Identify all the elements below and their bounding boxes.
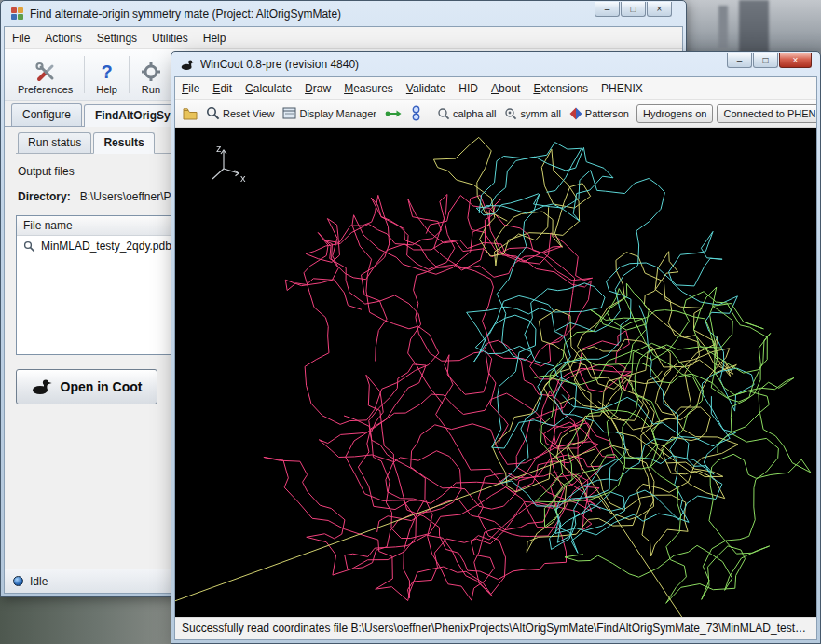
menu-measures[interactable]: Measures [337,78,400,99]
minimize-icon: – [737,56,743,65]
atom-pair-icon [410,105,422,121]
magnifier-icon [206,106,220,120]
subtab-run-status[interactable]: Run status [18,132,91,153]
close-icon: × [657,5,663,14]
maximize-button[interactable]: □ [621,2,646,17]
display-manager-icon [282,107,296,119]
help-button[interactable]: ? Help [89,60,125,97]
wincoot-status-text: Successfully read coordinates file B:\Us… [182,622,816,635]
tab-configure[interactable]: Configure [11,103,82,126]
output-files-label: Output files [18,165,75,178]
gl-canvas[interactable] [175,128,816,617]
wincoot-window-icon [181,58,195,72]
subtab-results[interactable]: Results [93,132,154,154]
desktop-wallpaper-tower [739,0,769,54]
toolbar-separator [84,56,85,93]
symm-all-button[interactable]: symm all [500,105,564,122]
go-to-atom-arrow-button[interactable] [381,106,405,121]
symm-all-label: symm all [520,108,560,119]
maximize-button[interactable]: □ [753,53,778,68]
status-dot-icon [13,576,23,586]
reset-view-button[interactable]: Reset View [202,104,278,122]
display-manager-button[interactable]: Display Manager [279,105,380,121]
calpha-all-label: calpha all [453,108,496,119]
preferences-tools-icon [34,62,57,82]
calpha-all-button[interactable]: calpha all [433,105,499,122]
wincoot-menubar: File Edit Calculate Draw Measures Valida… [175,77,816,100]
help-label: Help [96,84,117,95]
hydrogens-on-label: Hydrogens on [643,108,707,119]
menu-utilities[interactable]: Utilities [144,28,196,48]
run-label: Run [142,84,160,95]
menu-edit[interactable]: Edit [206,78,239,99]
wincoot-window-title: WinCoot 0.8-pre (revision 4840) [200,58,811,71]
maximize-icon: □ [630,5,636,14]
menu-validate[interactable]: Validate [400,78,453,99]
phenix-window-title: Find alternate-origin symmetry mate (Pro… [30,7,677,21]
folder-icon [183,107,198,120]
magnifier-icon [23,240,35,253]
minimize-button[interactable]: – [595,2,620,17]
open-in-coot-button[interactable]: Open in Coot [16,369,157,404]
close-button[interactable]: × [779,53,812,68]
menu-extensions[interactable]: Extensions [527,78,595,99]
coot-duck-icon [32,378,52,395]
open-coordinates-button[interactable] [179,105,201,122]
reset-view-label: Reset View [223,108,274,119]
menu-hid[interactable]: HID [452,78,485,99]
desktop-wallpaper-bottom-left [0,594,173,644]
gl-viewport[interactable]: z x [175,128,816,617]
hydrogens-on-button[interactable]: Hydrogens on [636,104,714,123]
minimize-icon: – [605,5,610,14]
patterson-button[interactable]: Patterson [566,105,633,122]
wincoot-toolbar: Reset View Display Manager [175,100,816,128]
menu-file[interactable]: File [5,28,37,48]
wincoot-window: WinCoot 0.8-pre (revision 4840) – □ × Fi… [171,51,821,644]
green-arrow-icon [385,108,402,119]
wincoot-window-controls: – □ × [727,53,812,68]
axis-x-label: x [240,172,246,184]
menu-calculate[interactable]: Calculate [239,78,298,99]
desktop-wallpaper-tower-2 [718,6,728,48]
run-button[interactable]: Run [133,60,169,97]
wincoot-titlebar[interactable]: WinCoot 0.8-pre (revision 4840) – □ × [174,52,817,76]
file-name: MinMLAD_testy_2qdy.pdb [41,240,171,253]
connected-to-phenix-label: Connected to PHENIX [723,108,816,119]
help-question-icon: ? [102,62,113,82]
phenix-menubar: File Actions Settings Utilities Help [5,27,682,49]
run-gear-icon [141,62,161,82]
toolbar-separator [129,56,130,93]
axes-gizmo-icon: z x [203,141,248,187]
minimize-button[interactable]: – [727,53,752,68]
phenix-status-text: Idle [30,575,48,588]
connected-to-phenix-button[interactable]: Connected to PHENIX [717,104,816,123]
preferences-button[interactable]: Preferences [10,60,80,97]
wincoot-statusbar: Successfully read coordinates file B:\Us… [175,617,816,639]
preferences-label: Preferences [18,84,73,95]
menu-file[interactable]: File [175,78,206,99]
phenix-titlebar[interactable]: Find alternate-origin symmetry mate (Pro… [4,1,683,26]
phenix-window-controls: – □ × [595,2,672,17]
open-in-coot-label: Open in Coot [61,379,143,394]
atom-pair-button[interactable] [406,103,426,123]
menu-about[interactable]: About [485,78,527,99]
menu-phenix[interactable]: PHENIX [595,78,650,99]
symm-lens-icon [504,107,517,120]
menu-help[interactable]: Help [196,28,234,48]
wincoot-window-body: File Edit Calculate Draw Measures Valida… [174,76,817,640]
display-manager-label: Display Manager [299,108,376,119]
menu-draw[interactable]: Draw [298,78,337,99]
menu-actions[interactable]: Actions [37,28,89,48]
maximize-icon: □ [762,56,768,65]
close-button[interactable]: × [647,2,672,17]
patterson-label: Patterson [585,108,629,119]
patterson-icon [569,107,582,120]
axis-z-label: z [216,143,222,154]
calpha-lens-icon [437,107,450,120]
close-icon: × [793,56,799,65]
phenix-window-icon [10,7,24,21]
menu-settings[interactable]: Settings [89,28,144,48]
directory-label: Directory: [18,190,71,203]
